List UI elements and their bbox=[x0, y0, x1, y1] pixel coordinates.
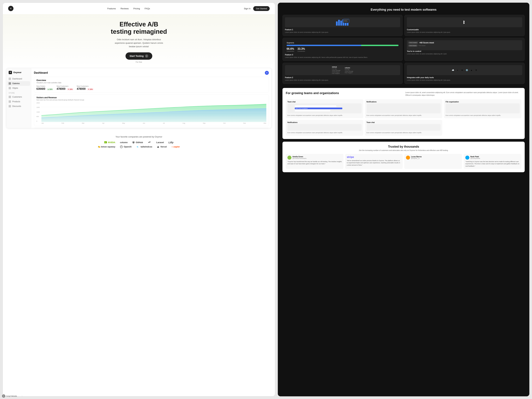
dashboard-preview: ✳ Oxymor Dashboard Galeries Objets Store bbox=[6, 68, 272, 128]
daily-tools-icons: ☁️ + ⊕ ⚙️ ▲ ⚙ bbox=[451, 68, 478, 72]
openai-logo: OpenAI bbox=[120, 146, 132, 148]
dashboard-title: Dashboard bbox=[34, 71, 48, 74]
discounts-icon bbox=[9, 105, 11, 108]
nike-logo bbox=[148, 141, 152, 144]
objets-nav-icon bbox=[9, 87, 11, 89]
chart-area: 2600 1950 1300 650 0 bbox=[36, 102, 266, 122]
feature-card-customizable: Customizable Lorem ipsum dolor sit amet … bbox=[404, 15, 525, 36]
customers-icon bbox=[9, 96, 11, 98]
growing-feat-notifications: Notifications Eum omnis voluptatem accus… bbox=[365, 99, 442, 118]
tool-icon-2: + bbox=[456, 68, 460, 72]
svg-rect-16 bbox=[344, 20, 347, 21]
sidebar-item-products[interactable]: Products bbox=[6, 99, 31, 104]
chart-y-labels: 2600 1950 1300 650 0 bbox=[36, 102, 40, 122]
features-grid: Feature 1 Lorem ipsum dolor sit amet con… bbox=[282, 15, 525, 84]
hero-free-label: For free bbox=[9, 61, 268, 63]
testimonial-amelia: Amelia Green @AmeliaGreenMaria "Oxymor h… bbox=[286, 154, 343, 169]
svg-rect-8 bbox=[336, 21, 338, 25]
overview-subtitle: Visualize your main activities data bbox=[36, 82, 266, 84]
fileorg-visual bbox=[446, 103, 520, 113]
visitors-chart-card: Visitors and Revenue New users by First … bbox=[34, 94, 269, 126]
customers-badge: ▼ 15% bbox=[67, 88, 73, 90]
growing-feat-teamchat2: Team chat Eum omnis voluptatem accusanti… bbox=[365, 120, 442, 136]
feature2-title: Feature 2 bbox=[285, 76, 400, 78]
tool-icon-6: ⚙ bbox=[474, 68, 478, 72]
features-section: Everything you need to test modern softw… bbox=[282, 8, 525, 84]
notifications-visual bbox=[367, 103, 441, 113]
store-section-label: Store bbox=[6, 90, 31, 95]
orders-badge: ▲ 32% bbox=[47, 88, 53, 90]
dashboard-sidebar: ✳ Oxymor Dashboard Galeries Objets Store bbox=[6, 68, 31, 128]
nav-pricing[interactable]: Pricing bbox=[133, 7, 140, 10]
features-section-title: Everything you need to test modern softw… bbox=[282, 8, 525, 12]
customers2-badge: ▼ 15% bbox=[87, 88, 93, 90]
sidebar-brand-name: Oxymor bbox=[13, 71, 21, 74]
segments-stats: 66.6% Conversion 33.3% Conversion bbox=[287, 47, 399, 52]
column-int-card: column Poll 680 Cloud Storage Free Suppo… bbox=[343, 66, 355, 75]
feature-card-segments: Segments 66.6% Conversion 33.3% Conversi… bbox=[282, 38, 403, 61]
sidebar-logo-icon: ✳ bbox=[9, 71, 12, 74]
chart-svg bbox=[41, 102, 266, 122]
hero-subtext: Odio incidunt nam sit illum. Voluptas do… bbox=[112, 38, 165, 48]
companies-title: Your favorite companies are powered by O… bbox=[8, 135, 270, 138]
left-panel: ✳ Features Reviews Pricing FAQs Sign In … bbox=[3, 3, 275, 396]
svg-rect-9 bbox=[338, 20, 340, 25]
start-testing-button[interactable]: Start Testing › bbox=[126, 52, 152, 60]
sidebar-item-galeries[interactable]: Galeries bbox=[7, 81, 30, 86]
tool-icon-5: ▲ bbox=[469, 68, 474, 72]
feature1-title: Feature 1 bbox=[285, 29, 400, 31]
sidebar-logo: ✳ Oxymor bbox=[6, 71, 31, 76]
logo-icon: ✳ bbox=[8, 6, 13, 11]
metric-new-customers: New Customers 478000 ▼ 15% bbox=[57, 85, 73, 90]
signin-link[interactable]: Sign In bbox=[244, 7, 251, 10]
get-started-button[interactable]: Get Started bbox=[253, 6, 270, 11]
products-icon bbox=[9, 101, 11, 103]
nav-features[interactable]: Features bbox=[108, 7, 116, 10]
noah-avatar bbox=[465, 156, 469, 160]
sidebar-item-dashboard[interactable]: Dashboard bbox=[6, 76, 31, 81]
dashboard-add-button[interactable]: + bbox=[265, 71, 269, 75]
nav-faqs[interactable]: FAQs bbox=[145, 7, 150, 10]
feature-card-control: Poll Created +60 Score most Poll Closed … bbox=[404, 38, 525, 61]
sidebar-item-discounts[interactable]: Discounts bbox=[6, 104, 31, 108]
nav-links: Features Reviews Pricing FAQs bbox=[108, 7, 150, 10]
testimonial-stripe: stripe "We've streamlined our entire pro… bbox=[345, 154, 403, 169]
notifications2-visual bbox=[287, 124, 361, 131]
daily-tools-desc: Lorem ipsum dolor sit amet consectetur a… bbox=[407, 79, 522, 82]
hero-section: Effective A/B testing reimagined Odio in… bbox=[3, 14, 275, 68]
feature2-desc: Lorem ipsum dolor sit amet consectetur a… bbox=[285, 79, 400, 82]
testimonials-grid: Amelia Green @AmeliaGreenMaria "Oxymor h… bbox=[286, 154, 521, 169]
nav-reviews[interactable]: Reviews bbox=[120, 7, 129, 10]
dashboard-inner: ✳ Oxymor Dashboard Galeries Objets Store bbox=[6, 68, 272, 128]
feature-card-img-customizable bbox=[407, 17, 522, 27]
growing-feat-fileorg: File organization Eum omnis voluptatem a… bbox=[444, 99, 521, 118]
feature-card-img-layout bbox=[285, 17, 400, 27]
companies-row-2: 🍋 lemon squeezy OpenAI tailwindcss Verce… bbox=[8, 146, 270, 148]
dashboard-nav-icon bbox=[9, 78, 11, 80]
nvidia-logo: NV NVIDIA bbox=[104, 141, 115, 144]
daily-tools-title: Integrates with your daily tools bbox=[407, 76, 522, 78]
lemonsqueezy-logo: 🍋 lemon squeezy bbox=[98, 146, 115, 148]
segments-bar bbox=[287, 45, 399, 46]
overview-title: Overview bbox=[36, 79, 266, 82]
integrations-visual: GitHub Poll 980 Cloud Storage Chart Repo… bbox=[330, 65, 355, 75]
svg-rect-10 bbox=[340, 21, 342, 25]
lucas-avatar bbox=[406, 156, 410, 160]
sidebar-item-customers[interactable]: Customers bbox=[6, 95, 31, 99]
trusted-title: Trusted by thousands bbox=[286, 145, 521, 148]
stripe-logo: stripe bbox=[347, 156, 401, 158]
companies-section: Your favorite companies are powered by O… bbox=[3, 132, 275, 154]
sidebar-item-objets[interactable]: Objets bbox=[6, 86, 31, 90]
companies-row-1: NV NVIDIA column GitHub Laravel Lilly bbox=[8, 141, 270, 144]
navbar: ✳ Features Reviews Pricing FAQs Sign In … bbox=[3, 3, 275, 14]
trusted-section: Trusted by thousands Join the increasing… bbox=[282, 142, 525, 172]
laravel-logo: Laravel bbox=[156, 141, 164, 144]
metric-new-orders: New Orders 639400 ▲ 32% bbox=[36, 85, 53, 90]
feature-card-daily-tools: ☁️ + ⊕ ⚙️ ▲ ⚙ Integrates with your daily… bbox=[404, 63, 525, 84]
chart-title: Visitors and Revenue bbox=[36, 96, 266, 99]
teamchat-visual: 50% Poll Completed bbox=[287, 103, 361, 113]
trusted-subtitle: Join the increasing number of customers … bbox=[286, 149, 521, 151]
svg-rect-15 bbox=[344, 20, 348, 20]
testimonial-noah: Noah Patel @noahpatelde "Switching to Ox… bbox=[464, 154, 521, 169]
growing-teams-section: For growing teams and organizations Lore… bbox=[282, 88, 525, 139]
